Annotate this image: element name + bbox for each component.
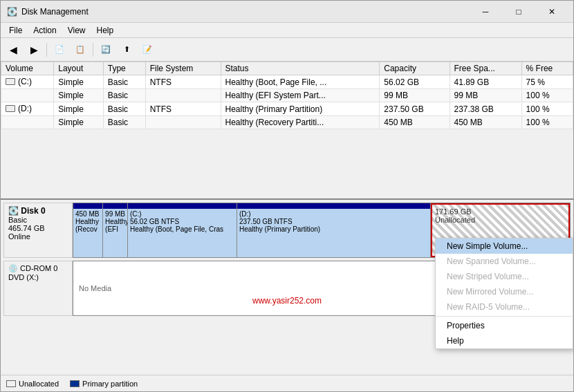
legend-primary: Primary partition [70, 380, 138, 388]
content-area: Volume Layout Type File System Status Ca… [1, 62, 573, 375]
toolbar-btn5[interactable]: 📝 [138, 41, 157, 59]
toolbar-btn3[interactable]: 🔄 [96, 41, 115, 59]
ctx-new-raid5: New RAID-5 Volume... [436, 299, 573, 315]
disk0-size: 465.74 GB [8, 224, 68, 232]
menu-bar: File Action View Help [1, 23, 573, 38]
cell-layout: Simple [54, 75, 103, 89]
cell-status: Healthy (Recovery Partiti... [221, 116, 380, 129]
partition-p4-body: (D:)237.50 GB NTFSHealthy (Primary Parti… [237, 209, 430, 257]
legend-unallocated-label: Unallocated [19, 380, 59, 388]
ctx-new-simple[interactable]: New Simple Volume... [436, 239, 573, 254]
cdrom0-type: DVD (X:) [8, 273, 68, 281]
col-type: Type [103, 62, 145, 75]
cell-free: 41.89 GB [450, 75, 521, 89]
cdrom-icon: 💿 [8, 264, 18, 272]
cell-layout: Simple [54, 116, 103, 129]
partition-p3-header [128, 203, 237, 209]
disk-visual: 💽 Disk 0 Basic 465.74 GB Online 450 MBHe… [1, 200, 573, 375]
toolbar-sep-2 [93, 43, 93, 57]
disk0-name: 💽 Disk 0 [8, 206, 68, 216]
col-pct: % Free [521, 62, 573, 75]
cell-volume [1, 89, 54, 102]
legend-unallocated-box [6, 380, 16, 387]
table-wrapper[interactable]: Volume Layout Type File System Status Ca… [1, 62, 573, 198]
cell-free: 99 MB [450, 89, 521, 102]
ctx-properties[interactable]: Properties [436, 318, 573, 333]
partition-p5-label: 171.69 GBUnallocated [435, 207, 566, 224]
table-row[interactable]: (D:)SimpleBasicNTFSHealthy (Primary Part… [1, 102, 573, 116]
partition-p3-body: (C:)56.02 GB NTFSHealthy (Boot, Page Fil… [128, 209, 237, 257]
ctx-separator [436, 316, 573, 317]
disk0-status: Online [8, 232, 68, 241]
cell-status: Healthy (Primary Partition) [221, 102, 380, 116]
cdrom0-status: No Media [79, 284, 111, 292]
cdrom0-name: 💿 CD-ROM 0 [8, 264, 68, 273]
legend-unallocated: Unallocated [6, 380, 59, 388]
table-row[interactable]: SimpleBasicHealthy (Recovery Partiti...4… [1, 116, 573, 129]
cell-layout: Simple [54, 102, 103, 116]
partition-p1-body: 450 MBHealthy (Recov [73, 209, 102, 257]
col-fs: File System [145, 62, 221, 75]
toolbar-btn2[interactable]: 📋 [71, 41, 90, 59]
title-bar: 💽 Disk Management ─ □ ✕ [1, 1, 573, 23]
disk-table: Volume Layout Type File System Status Ca… [1, 62, 573, 200]
ctx-new-mirrored: New Mirrored Volume... [436, 284, 573, 299]
cell-pct: 100 % [521, 102, 573, 116]
toolbar-back[interactable]: ◀ [3, 41, 23, 59]
cell-pct: 100 % [521, 89, 573, 102]
menu-action[interactable]: Action [28, 24, 62, 37]
cell-type: Basic [103, 75, 145, 89]
ctx-new-spanned: New Spanned Volume... [436, 254, 573, 269]
maximize-button[interactable]: □ [503, 2, 535, 21]
col-layout: Layout [54, 62, 103, 75]
close-button[interactable]: ✕ [536, 2, 568, 21]
toolbar-forward[interactable]: ▶ [24, 41, 44, 59]
toolbar-btn1[interactable]: 📄 [50, 41, 69, 59]
cell-status: Healthy (EFI System Part... [221, 89, 380, 102]
context-menu: New Simple Volume...New Spanned Volume..… [435, 238, 573, 349]
ctx-help[interactable]: Help [436, 333, 573, 348]
cell-type: Basic [103, 102, 145, 116]
cell-free: 450 MB [450, 116, 521, 129]
cell-layout: Simple [54, 89, 103, 102]
partition-p4[interactable]: (D:)237.50 GB NTFSHealthy (Primary Parti… [237, 203, 431, 257]
menu-view[interactable]: View [62, 24, 91, 37]
minimize-button[interactable]: ─ [470, 2, 501, 21]
app-icon: 💽 [6, 6, 17, 17]
partition-p3[interactable]: (C:)56.02 GB NTFSHealthy (Boot, Page Fil… [128, 203, 237, 257]
table-row[interactable]: (C:)SimpleBasicNTFSHealthy (Boot, Page F… [1, 75, 573, 89]
cell-capacity: 99 MB [380, 89, 450, 102]
disk0-label: 💽 Disk 0 Basic 465.74 GB Online [3, 203, 73, 258]
table-row[interactable]: SimpleBasicHealthy (EFI System Part...99… [1, 89, 573, 102]
window-controls: ─ □ ✕ [470, 2, 568, 21]
partition-p4-header [237, 203, 430, 209]
cell-fs: NTFS [145, 102, 221, 116]
window-title: Disk Management [21, 7, 470, 17]
partition-p1-header [73, 203, 102, 209]
menu-help[interactable]: Help [91, 24, 120, 37]
cdrom0-label: 💿 CD-ROM 0 DVD (X:) [3, 261, 73, 316]
legend-primary-box [70, 380, 80, 387]
cell-pct: 75 % [521, 75, 573, 89]
cell-fs: NTFS [145, 75, 221, 89]
cell-fs [145, 89, 221, 102]
main-window: 💽 Disk Management ─ □ ✕ File Action View… [0, 0, 574, 392]
cell-fs [145, 116, 221, 129]
cell-pct: 100 % [521, 116, 573, 129]
toolbar: ◀ ▶ 📄 📋 🔄 ⬆ 📝 [1, 38, 573, 62]
col-volume: Volume [1, 62, 54, 75]
cell-capacity: 56.02 GB [380, 75, 450, 89]
cell-volume: (D:) [1, 102, 54, 116]
partition-p2-body: 99 MBHealthy (EFI [103, 209, 127, 257]
status-bar: Unallocated Primary partition [1, 375, 573, 391]
cell-capacity: 237.50 GB [380, 102, 450, 116]
cell-status: Healthy (Boot, Page File, ... [221, 75, 380, 89]
partition-p1[interactable]: 450 MBHealthy (Recov [73, 203, 103, 257]
menu-file[interactable]: File [3, 24, 28, 37]
partition-p2[interactable]: 99 MBHealthy (EFI [103, 203, 128, 257]
ctx-new-striped: New Striped Volume... [436, 269, 573, 284]
toolbar-btn4[interactable]: ⬆ [117, 41, 136, 59]
cell-volume [1, 116, 54, 129]
cell-volume: (C:) [1, 75, 54, 89]
legend-primary-label: Primary partition [82, 380, 138, 388]
